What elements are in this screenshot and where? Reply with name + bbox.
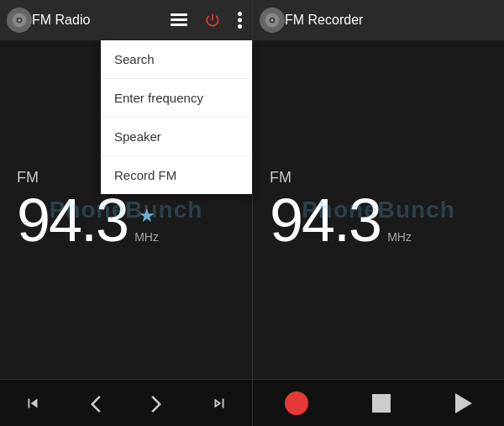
svg-point-11: [270, 18, 273, 21]
power-icon[interactable]: [201, 8, 224, 32]
left-panel: FM Radio: [0, 0, 252, 426]
record-button[interactable]: [271, 385, 322, 422]
right-bottom-nav: [253, 379, 504, 426]
menu-item-speaker[interactable]: Speaker: [101, 118, 252, 156]
svg-point-8: [238, 24, 242, 29]
dropdown-menu: Search Enter frequency Speaker Record FM: [101, 40, 252, 194]
right-header: FM Recorder: [253, 0, 504, 40]
left-app-title: FM Radio: [32, 13, 167, 28]
left-frequency-meta: ★ MHz: [134, 205, 159, 244]
stop-square-icon[interactable]: [372, 394, 391, 413]
svg-point-7: [238, 18, 242, 23]
svg-rect-4: [171, 18, 187, 21]
left-mhz-label: MHz: [134, 230, 159, 244]
right-panel: FM Recorder PhoneBunch FM 94.3 MHz: [252, 0, 504, 426]
prev-button[interactable]: [76, 387, 116, 419]
right-main-content: PhoneBunch FM 94.3 MHz: [253, 40, 504, 379]
right-app-title: FM Recorder: [285, 13, 497, 28]
right-fm-label: FM: [270, 169, 291, 187]
list-icon[interactable]: [167, 10, 191, 30]
play-triangle-icon[interactable]: [455, 393, 472, 413]
record-circle-icon[interactable]: [285, 392, 308, 415]
play-button[interactable]: [442, 387, 486, 420]
right-frequency-value: 94.3: [270, 190, 381, 250]
left-frequency-row: 94.3 ★ MHz: [17, 190, 159, 250]
svg-rect-5: [171, 24, 187, 26]
right-app-icon: [260, 8, 285, 33]
menu-item-enter-frequency[interactable]: Enter frequency: [101, 79, 252, 118]
next-button[interactable]: [136, 387, 176, 419]
more-options-icon[interactable]: [234, 8, 245, 32]
right-frequency-row: 94.3 MHz: [270, 190, 412, 250]
stop-button[interactable]: [359, 387, 404, 419]
right-mhz-label: MHz: [387, 230, 412, 244]
left-app-icon: [7, 8, 32, 33]
left-header: FM Radio: [0, 0, 252, 40]
left-fm-label: FM: [17, 169, 39, 187]
svg-rect-3: [171, 13, 187, 16]
menu-item-record-fm[interactable]: Record FM: [101, 156, 252, 194]
svg-point-6: [238, 12, 242, 16]
left-frequency-value: 94.3: [17, 190, 128, 250]
svg-point-2: [18, 18, 20, 21]
skip-back-button[interactable]: [10, 387, 55, 419]
right-frequency-meta: MHz: [387, 197, 412, 244]
menu-item-search[interactable]: Search: [101, 40, 252, 79]
left-header-actions: [167, 8, 245, 32]
left-bottom-nav: [0, 379, 252, 426]
favorite-star-icon[interactable]: ★: [139, 205, 155, 227]
skip-forward-button[interactable]: [197, 387, 242, 419]
